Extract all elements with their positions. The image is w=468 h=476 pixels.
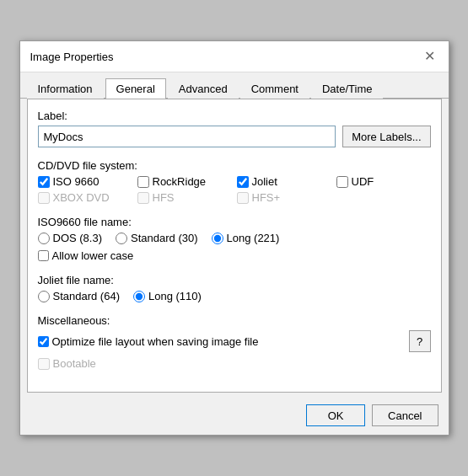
more-labels-button[interactable]: More Labels...: [342, 126, 430, 147]
radio-standard30-label: Standard (30): [131, 232, 198, 244]
checkbox-hfs: HFS: [137, 191, 232, 204]
checkbox-joliet: Joliet: [237, 175, 331, 188]
label-input[interactable]: [38, 126, 336, 147]
radio-standard30-input[interactable]: [116, 233, 127, 244]
checkbox-hfs-label: HFS: [153, 191, 175, 204]
tab-bar: Information General Advanced Comment Dat…: [20, 72, 449, 99]
checkbox-hfsplus: HFS+: [237, 191, 331, 204]
checkbox-rockridge: RockRidge: [137, 175, 232, 188]
radio-long221-input[interactable]: [212, 233, 223, 244]
tab-comment[interactable]: Comment: [240, 78, 309, 99]
joliet-heading: Joliet file name:: [38, 274, 431, 286]
checkbox-iso9660-input[interactable]: [38, 176, 50, 188]
radio-long221[interactable]: Long (221): [212, 232, 280, 244]
tab-content: Label: More Labels... CD/DVD file system…: [27, 99, 442, 393]
radio-dos83-input[interactable]: [38, 233, 50, 244]
tab-advanced[interactable]: Advanced: [168, 78, 239, 99]
checkbox-hfs-input: [137, 192, 149, 204]
checkbox-xboxdvd-input: [38, 192, 50, 204]
cdvdd-checkbox-grid: ISO 9660 RockRidge Joliet UDF XBOX DVD: [38, 175, 431, 204]
joliet-radio-group: Standard (64) Long (110): [38, 290, 431, 302]
misc-row: Optimize file layout when saving image f…: [38, 330, 431, 352]
checkbox-udf-label: UDF: [352, 175, 374, 188]
checkbox-udf: UDF: [336, 175, 431, 188]
ok-button[interactable]: OK: [306, 404, 365, 426]
cancel-button[interactable]: Cancel: [372, 404, 438, 426]
joliet-filename-section: Joliet file name: Standard (64) Long (11…: [38, 274, 431, 302]
bootable-checkbox: Bootable: [38, 357, 431, 370]
label-row: More Labels...: [38, 126, 431, 147]
checkbox-hfsplus-input: [237, 192, 249, 204]
iso9660-filename-section: ISO9660 file name: DOS (8.3) Standard (3…: [38, 216, 431, 262]
checkbox-udf-input[interactable]: [336, 176, 348, 188]
checkbox-xboxdvd: XBOX DVD: [38, 191, 132, 204]
iso9660-radio-group: DOS (8.3) Standard (30) Long (221): [38, 232, 431, 244]
cdvdd-heading: CD/DVD file system:: [38, 159, 431, 172]
misc-heading: Miscellaneous:: [38, 314, 431, 327]
checkbox-iso9660: ISO 9660: [38, 175, 132, 188]
label-heading: Label:: [38, 110, 431, 122]
bootable-checkbox-input: [38, 358, 50, 370]
checkbox-xboxdvd-label: XBOX DVD: [53, 191, 110, 204]
radio-dos83-label: DOS (8.3): [53, 232, 103, 244]
radio-standard64-input[interactable]: [38, 291, 50, 302]
radio-standard64[interactable]: Standard (64): [38, 290, 121, 302]
allow-lower-case-label: Allow lower case: [52, 249, 134, 262]
dialog-footer: OK Cancel: [20, 399, 449, 435]
allow-lower-case-input[interactable]: [38, 250, 49, 261]
checkbox-joliet-input[interactable]: [237, 176, 249, 188]
title-bar: Image Properties ✕: [20, 41, 449, 72]
dialog: Image Properties ✕ Information General A…: [19, 40, 449, 436]
iso9660-heading: ISO9660 file name:: [38, 216, 431, 228]
checkbox-hfsplus-label: HFS+: [252, 191, 281, 204]
tab-general[interactable]: General: [105, 78, 166, 99]
label-section: Label: More Labels...: [38, 110, 431, 147]
tab-information[interactable]: Information: [27, 78, 104, 99]
checkbox-iso9660-label: ISO 9660: [53, 175, 100, 188]
checkbox-joliet-label: Joliet: [252, 175, 277, 188]
radio-dos83[interactable]: DOS (8.3): [38, 232, 103, 244]
help-button[interactable]: ?: [409, 330, 431, 352]
allow-lower-case-checkbox[interactable]: Allow lower case: [38, 249, 431, 262]
misc-section: Miscellaneous: Optimize file layout when…: [38, 314, 431, 370]
radio-long110[interactable]: Long (110): [133, 290, 202, 302]
tab-datetime[interactable]: Date/Time: [311, 78, 383, 99]
optimize-label: Optimize file layout when saving image f…: [52, 335, 259, 348]
optimize-checkbox[interactable]: Optimize file layout when saving image f…: [38, 335, 402, 348]
cdvdd-section: CD/DVD file system: ISO 9660 RockRidge J…: [38, 159, 431, 204]
checkbox-rockridge-input[interactable]: [137, 176, 149, 188]
checkbox-rockridge-label: RockRidge: [153, 175, 207, 188]
radio-long110-label: Long (110): [148, 290, 202, 302]
optimize-checkbox-input[interactable]: [38, 336, 49, 347]
dialog-title: Image Properties: [30, 51, 114, 63]
bootable-label: Bootable: [53, 357, 96, 370]
radio-standard30[interactable]: Standard (30): [116, 232, 198, 244]
radio-long221-label: Long (221): [227, 232, 280, 244]
radio-standard64-label: Standard (64): [53, 290, 121, 302]
close-button[interactable]: ✕: [422, 48, 438, 65]
radio-long110-input[interactable]: [133, 291, 145, 302]
